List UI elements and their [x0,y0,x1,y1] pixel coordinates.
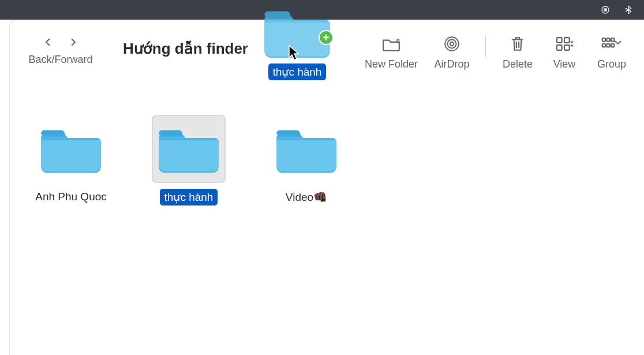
nav-arrows [43,32,78,54]
finder-window: Back/Forward Hướng dẫn finder New Folder… [9,20,644,355]
record-stop-icon[interactable] [600,5,611,15]
delete-button[interactable]: Delete [496,32,539,70]
airdrop-icon [443,35,460,53]
nav-label: Back/Forward [28,54,92,66]
delete-label: Delete [503,58,533,70]
toolbar: Back/Forward Hướng dẫn finder New Folder… [10,20,644,94]
folder-grid[interactable]: Anh Phu Quoc thực hành Video👊🏿 [10,94,644,205]
svg-rect-8 [557,45,562,50]
folder-icon [34,115,108,183]
folder-item-selected[interactable]: thực hành [148,115,229,205]
new-folder-button[interactable]: New Folder [358,32,424,70]
group-icon [600,35,623,53]
new-folder-icon [381,35,401,53]
trash-icon [510,35,525,53]
group-button[interactable]: Group [590,32,634,70]
view-button[interactable]: View [544,32,585,70]
group-label: Group [597,58,626,70]
svg-point-4 [448,40,456,48]
svg-rect-7 [564,38,570,43]
new-folder-label: New Folder [365,58,418,70]
airdrop-label: AirDrop [434,58,469,70]
svg-rect-11 [606,38,609,41]
folder-icon [152,115,226,183]
svg-rect-14 [606,44,609,47]
svg-rect-15 [611,44,614,47]
bluetooth-icon[interactable] [623,5,634,15]
window-title: Hướng dẫn finder [106,32,254,58]
menubar [0,0,644,20]
forward-button[interactable] [68,35,78,51]
folder-label[interactable]: Anh Phu Quoc [31,189,111,205]
svg-rect-1 [604,9,606,11]
svg-point-3 [450,42,454,46]
svg-rect-9 [564,45,570,50]
airdrop-button[interactable]: AirDrop [429,32,475,70]
grid-view-icon [554,35,575,53]
svg-rect-10 [602,38,605,41]
svg-rect-12 [611,38,614,41]
folder-item[interactable]: Anh Phu Quoc [31,115,111,205]
toolbar-divider [485,35,486,57]
back-button[interactable] [43,35,53,51]
view-label: View [553,58,576,70]
svg-rect-13 [602,44,605,47]
folder-label[interactable]: Video👊🏿 [281,189,332,205]
svg-rect-6 [557,38,562,43]
nav-block: Back/Forward [20,32,101,66]
folder-item[interactable]: Video👊🏿 [266,115,347,205]
folder-icon [269,115,343,183]
folder-label[interactable]: thực hành [160,189,218,205]
